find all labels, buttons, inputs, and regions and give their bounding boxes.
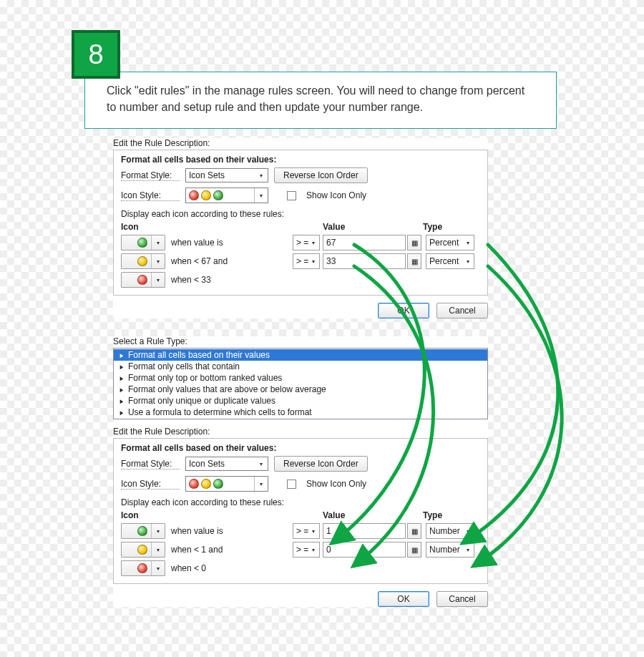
- chevron-down-icon: ▾: [254, 188, 268, 203]
- icon-select[interactable]: ▾: [121, 560, 165, 576]
- rule-type-item[interactable]: ►Format only values that are above or be…: [114, 384, 487, 395]
- operator-value: > =: [296, 545, 308, 555]
- rule-row: ▾ when < 0: [121, 560, 480, 576]
- rule-type-label: Format only top or bottom ranked values: [128, 373, 282, 383]
- select-rule-type-title: Select a Rule Type:: [113, 336, 488, 346]
- when-text: when < 0: [171, 563, 206, 573]
- type-value: Number: [429, 526, 460, 536]
- operator-value: > =: [296, 238, 308, 248]
- operator-select[interactable]: > = ▾: [293, 253, 320, 269]
- rules-headers: Icon Value Type: [121, 222, 480, 232]
- red-circle-icon: [137, 563, 147, 573]
- icon-style-select[interactable]: ▾: [185, 476, 268, 492]
- type-select[interactable]: Percent ▾: [426, 253, 474, 269]
- chevron-down-icon: ▾: [308, 256, 318, 266]
- header-icon: Icon: [121, 510, 293, 520]
- icon-select[interactable]: ▾: [121, 523, 165, 539]
- chevron-down-icon: ▾: [256, 170, 266, 180]
- chevron-down-icon: ▾: [254, 477, 268, 491]
- amber-circle-icon: [137, 545, 147, 555]
- operator-value: > =: [296, 256, 308, 266]
- chevron-down-icon: ▾: [463, 526, 473, 536]
- rule-type-label: Format all cells based on their values: [128, 350, 270, 360]
- operator-select[interactable]: > = ▾: [293, 235, 320, 250]
- format-style-select[interactable]: Icon Sets ▾: [185, 457, 268, 471]
- chevron-down-icon: ▾: [463, 256, 473, 266]
- rule-row: ▾ when < 67 and > = ▾ 33 ▦ Percent ▾: [121, 253, 480, 269]
- type-select[interactable]: Number ▾: [426, 523, 474, 539]
- operator-select[interactable]: > = ▾: [293, 523, 320, 539]
- show-icon-only-checkbox[interactable]: [287, 480, 296, 489]
- rule-type-item[interactable]: ►Format all cells based on their values: [114, 349, 487, 361]
- reverse-icon-order-button[interactable]: Reverse Icon Order: [274, 456, 368, 472]
- arrow-icon: ►: [119, 409, 124, 417]
- value-text: 33: [326, 256, 336, 266]
- rule-type-label: Format only unique or duplicate values: [128, 396, 275, 406]
- when-text: when < 67 and: [171, 256, 228, 266]
- value-input[interactable]: 1: [323, 523, 406, 539]
- edit-rule-box: Format all cells based on their values: …: [113, 150, 488, 296]
- rule-type-label: Use a formula to determine which cells t…: [128, 407, 312, 417]
- cancel-button[interactable]: Cancel: [436, 303, 488, 318]
- rule-type-item[interactable]: ►Format only unique or duplicate values: [114, 395, 487, 407]
- header-type: Type: [423, 510, 472, 520]
- chevron-down-icon: ▾: [151, 235, 165, 250]
- format-all-cells-heading: Format all cells based on their values:: [121, 155, 480, 165]
- rule-type-item[interactable]: ►Use a formula to determine which cells …: [114, 407, 487, 418]
- show-icon-only-label: Show Icon Only: [306, 190, 366, 200]
- edit-rule-box: Format all cells based on their values: …: [113, 438, 488, 584]
- value-text: 67: [326, 238, 336, 248]
- rule-row: ▾ when < 33: [121, 272, 480, 288]
- chevron-down-icon: ▾: [256, 459, 266, 469]
- format-all-cells-heading: Format all cells based on their values:: [121, 443, 480, 453]
- icon-style-label: Icon Style:: [121, 479, 180, 490]
- step-number: 8: [88, 39, 103, 69]
- icon-select[interactable]: ▾: [121, 235, 165, 250]
- rule-type-item[interactable]: ►Format only top or bottom ranked values: [114, 372, 487, 384]
- value-input[interactable]: 33: [323, 253, 406, 269]
- icon-select[interactable]: ▾: [121, 272, 165, 288]
- rule-row: ▾ when < 1 and > = ▾ 0 ▦ Number ▾: [121, 542, 480, 558]
- green-circle-icon: [137, 238, 147, 248]
- cancel-label: Cancel: [449, 594, 475, 604]
- operator-select[interactable]: > = ▾: [293, 542, 320, 558]
- icon-select[interactable]: ▾: [121, 542, 165, 558]
- chevron-down-icon: ▾: [151, 254, 165, 268]
- instruction-text-content: Click "edit rules" in the manage rules s…: [107, 84, 525, 113]
- range-picker-button[interactable]: ▦: [407, 542, 421, 558]
- icon-style-select[interactable]: ▾: [185, 188, 268, 203]
- reverse-icon-order-button[interactable]: Reverse Icon Order: [274, 167, 368, 183]
- value-input[interactable]: 0: [323, 542, 406, 558]
- range-icon: ▦: [411, 258, 418, 266]
- value-input[interactable]: 67: [323, 235, 406, 250]
- chevron-down-icon: ▾: [463, 545, 473, 555]
- type-select[interactable]: Percent ▾: [426, 235, 474, 250]
- range-picker-button[interactable]: ▦: [407, 253, 421, 269]
- when-text: when value is: [171, 526, 223, 536]
- cancel-button[interactable]: Cancel: [436, 591, 488, 607]
- format-style-select[interactable]: Icon Sets ▾: [185, 168, 268, 182]
- range-picker-button[interactable]: ▦: [407, 235, 421, 250]
- when-text: when value is: [171, 238, 223, 248]
- icon-select[interactable]: ▾: [121, 253, 165, 269]
- type-select[interactable]: Number ▾: [426, 542, 474, 558]
- value-text: 0: [326, 545, 331, 555]
- reverse-icon-order-label: Reverse Icon Order: [283, 459, 358, 469]
- rule-type-list[interactable]: ►Format all cells based on their values …: [113, 348, 488, 419]
- range-picker-button[interactable]: ▦: [407, 523, 421, 539]
- reverse-icon-order-label: Reverse Icon Order: [283, 170, 358, 180]
- format-style-value: Icon Sets: [189, 459, 225, 469]
- chevron-down-icon: ▾: [308, 526, 318, 536]
- ok-button[interactable]: OK: [378, 591, 429, 607]
- chevron-down-icon: ▾: [151, 273, 165, 287]
- red-circle-icon: [137, 275, 147, 285]
- display-rules-label: Display each icon according to these rul…: [121, 209, 480, 219]
- chevron-down-icon: ▾: [151, 542, 165, 557]
- ok-button[interactable]: OK: [378, 303, 429, 318]
- edit-rule-description-title: Edit the Rule Description:: [113, 138, 488, 148]
- instruction-text: Click "edit rules" in the manage rules s…: [84, 72, 557, 129]
- arrow-icon: ►: [119, 363, 124, 371]
- type-value: Number: [429, 545, 460, 555]
- rule-type-item[interactable]: ►Format only cells that contain: [114, 361, 487, 372]
- show-icon-only-checkbox[interactable]: [287, 191, 296, 200]
